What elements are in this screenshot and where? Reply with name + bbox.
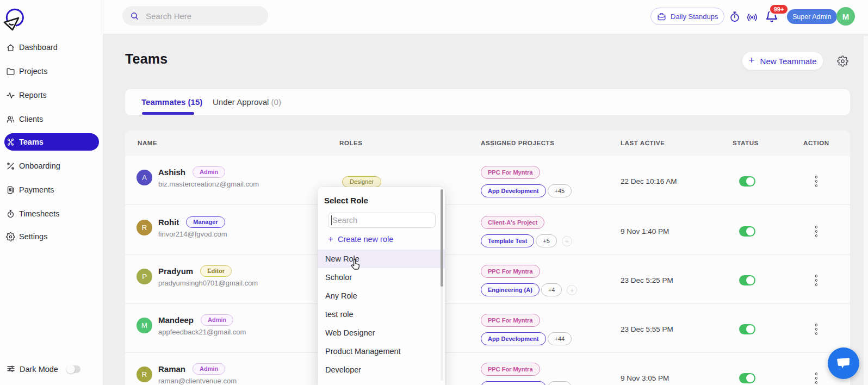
teammate-name: RamanAdmin (158, 364, 225, 376)
sidebar-item-reports[interactable]: Reports (4, 86, 99, 104)
status-toggle[interactable] (739, 324, 755, 334)
row-actions-kebab-icon[interactable] (814, 176, 819, 187)
global-search[interactable] (122, 6, 268, 26)
project-chip[interactable]: Client-A's Project (481, 216, 544, 229)
dark-mode-toggle[interactable] (66, 365, 80, 373)
project-chip[interactable]: App Development (481, 184, 546, 197)
project-chips-row: Engineering (A)+4+ (481, 283, 577, 296)
payments-icon (6, 185, 15, 195)
daily-standups-button[interactable]: Daily Standups (650, 8, 724, 25)
topbar: Daily Standups 99+ Super Admin M (103, 0, 868, 34)
create-new-role-button[interactable]: + Create new role (328, 235, 393, 244)
row-actions-kebab-icon[interactable] (814, 275, 819, 286)
project-count-chip[interactable]: +44 (548, 332, 572, 345)
teammate-name: AshishAdmin (158, 167, 225, 179)
broadcast-icon[interactable] (745, 10, 759, 24)
sidebar-item-clients[interactable]: Clients (4, 110, 99, 128)
last-active: 9 Nov 3:05 PM (621, 374, 669, 382)
search-icon (130, 11, 139, 21)
clientvenue-logo[interactable] (2, 3, 29, 30)
sidebar-item-onboarding[interactable]: Onboarding (4, 157, 99, 175)
chat-widget-button[interactable] (828, 347, 859, 379)
text-caret (331, 215, 332, 225)
sidebar-item-label: Payments (19, 185, 54, 194)
sidebar-item-payments[interactable]: Payments (4, 181, 99, 198)
role-search-input[interactable] (332, 216, 430, 225)
table-row: R RohitManager firivor214@fgvod.com Clie… (125, 206, 850, 255)
dropdown-title: Select Role (324, 196, 368, 205)
table-settings-gear-icon[interactable] (837, 55, 848, 67)
project-count-chip[interactable]: +44 (548, 381, 572, 385)
project-chip[interactable]: Engineering (A) (481, 283, 540, 296)
row-actions-kebab-icon[interactable] (814, 372, 819, 384)
avatar: R (137, 367, 152, 382)
sidebar-item-label: Onboarding (19, 162, 60, 170)
roles-column-chip[interactable]: Designer (342, 176, 381, 188)
sidebar: Dashboard Projects Reports Clients Teams (0, 0, 103, 385)
add-project-icon[interactable]: + (567, 285, 577, 295)
status-toggle[interactable] (739, 373, 755, 383)
teammate-email: raman@clientvenue.com (158, 377, 237, 385)
tab-teammates[interactable]: Teammates (15) (141, 97, 202, 107)
role-pill[interactable]: Super Admin (787, 9, 837, 24)
search-input[interactable] (146, 11, 255, 21)
role-option[interactable]: New Role (318, 250, 445, 268)
role-search-box[interactable] (328, 213, 436, 228)
sidebar-item-timesheets[interactable]: Timesheets (4, 205, 99, 222)
project-count-chip[interactable]: +5 (536, 234, 557, 247)
table-header: NAME ROLES ASSIGNED PROJECTS LAST ACTIVE… (125, 131, 850, 156)
project-chip[interactable]: PPC For Myntra (481, 363, 540, 376)
sidebar-item-label: Projects (19, 67, 47, 76)
plus-icon: + (748, 54, 754, 66)
role-option[interactable]: Scholor (318, 268, 445, 287)
row-actions-kebab-icon[interactable] (814, 226, 819, 237)
status-toggle[interactable] (739, 176, 755, 187)
page-scrollbar[interactable] (864, 36, 868, 385)
project-chip[interactable]: App Development (481, 332, 546, 345)
project-chips-row: App Development+44 (481, 381, 572, 385)
sidebar-item-projects[interactable]: Projects (4, 63, 99, 80)
app-window: Dashboard Projects Reports Clients Teams (0, 0, 868, 385)
tabs-card: Teammates (15) Under Approval (0) (125, 89, 850, 115)
role-option[interactable]: Product Management (318, 342, 445, 361)
notification-badge: 99+ (769, 4, 789, 15)
role-option[interactable]: Any Role (318, 287, 445, 305)
project-count-chip[interactable]: +45 (548, 184, 572, 197)
project-chip[interactable]: PPC For Myntra (481, 314, 540, 327)
sidebar-item-label: Clients (19, 115, 43, 123)
role-option[interactable]: test role (318, 305, 445, 324)
sidebar-item-dashboard[interactable]: Dashboard (4, 39, 99, 56)
add-project-icon[interactable]: + (562, 236, 572, 246)
project-count-chip[interactable]: +4 (541, 283, 562, 296)
project-chip[interactable]: App Development (481, 381, 546, 385)
col-last-active: LAST ACTIVE (621, 140, 665, 146)
status-toggle[interactable] (739, 226, 755, 237)
sidebar-item-settings[interactable]: Settings (4, 228, 99, 245)
teammate-name: RohitManager (158, 218, 225, 229)
activity-icon (6, 91, 15, 100)
table-row: R RamanAdmin raman@clientvenue.com PPC F… (125, 353, 850, 385)
active-tab-underline (142, 112, 194, 115)
status-toggle[interactable] (739, 275, 755, 285)
dark-mode-label: Dark Mode (20, 365, 58, 374)
dropdown-scrollbar-thumb[interactable] (441, 189, 443, 287)
timer-icon[interactable] (728, 10, 742, 24)
project-chip[interactable]: Template Test (481, 234, 534, 247)
tab-under-approval[interactable]: Under Approval (0) (213, 97, 281, 107)
role-option[interactable]: Web Designer (318, 324, 445, 342)
role-chip: Admin (201, 314, 233, 326)
row-actions-kebab-icon[interactable] (814, 324, 819, 335)
new-teammate-button[interactable]: + New Teammate (742, 52, 823, 70)
teammate-email: biz.mastercreationz@gmail.com (158, 180, 259, 188)
folder-icon (6, 67, 15, 76)
avatar: P (137, 269, 152, 284)
col-action: ACTION (803, 140, 829, 146)
sidebar-item-label: Reports (19, 91, 47, 100)
user-avatar[interactable]: M (836, 7, 855, 26)
sidebar-item-teams[interactable]: Teams (4, 133, 99, 151)
project-chip[interactable]: PPC For Myntra (481, 265, 540, 278)
project-chip[interactable]: PPC For Myntra (481, 166, 540, 179)
project-chips-row: App Development+44 (481, 332, 572, 345)
role-option[interactable]: Developer (318, 361, 445, 379)
last-active: 22 Dec 10:16 AM (621, 177, 677, 185)
